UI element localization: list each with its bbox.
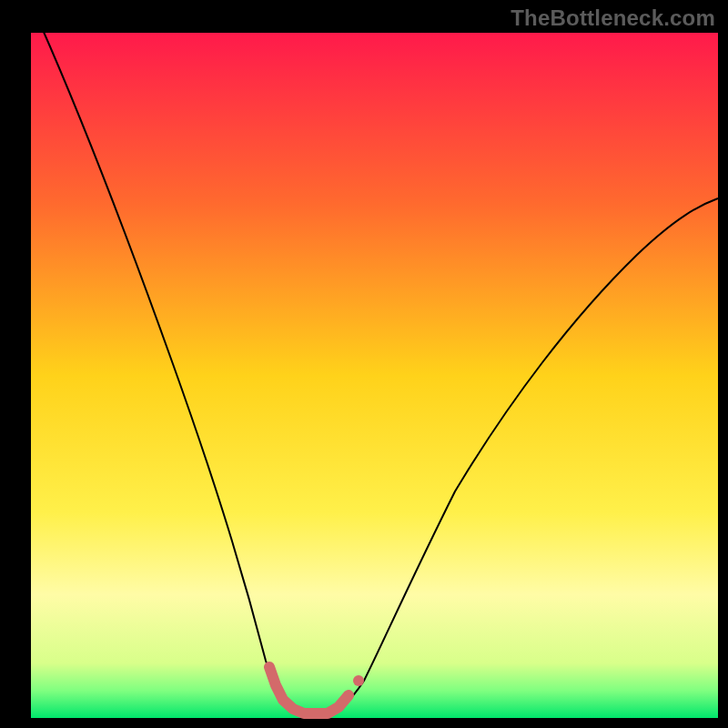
watermark-text: TheBottleneck.com — [511, 5, 715, 31]
plot-background — [31, 33, 718, 718]
chart-svg — [0, 0, 728, 728]
chart-frame: TheBottleneck.com — [0, 0, 728, 728]
optimal-band-end-dot — [353, 675, 364, 686]
